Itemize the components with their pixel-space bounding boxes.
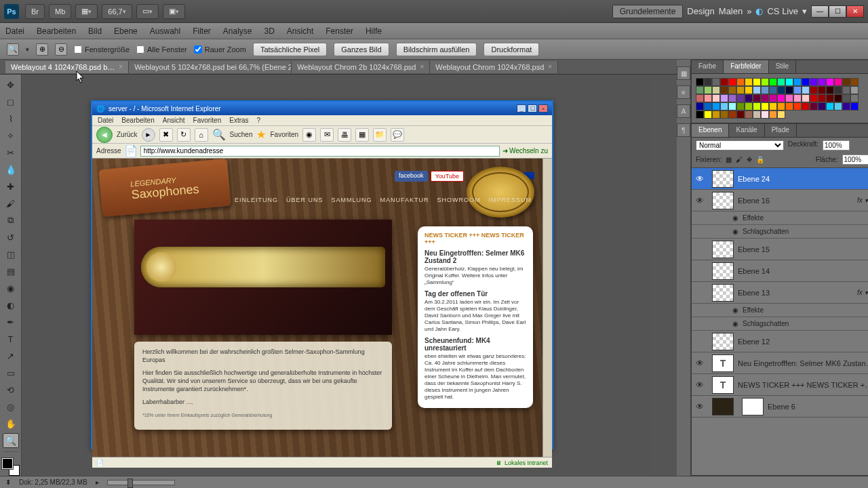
marquee-tool[interactable]: ◻ [3, 94, 19, 109]
layer-name[interactable]: Ebene 15 [738, 245, 868, 253]
swatch[interactable] [826, 102, 834, 110]
swatch[interactable] [745, 86, 753, 94]
swatch[interactable] [842, 102, 850, 110]
layer-row[interactable]: 👁Ebene 24 [692, 168, 868, 190]
menu-hilfe[interactable]: Hilfe [366, 26, 382, 36]
swatch[interactable] [696, 86, 704, 94]
close-icon[interactable]: × [420, 63, 424, 70]
swatch[interactable] [769, 94, 777, 102]
actual-pixels-button[interactable]: Tatsächliche Pixel [253, 43, 327, 56]
swatch[interactable] [704, 110, 712, 119]
visibility-eye-icon[interactable]: 👁 [692, 380, 708, 390]
canvas-area[interactable]: 🌐 server - / - Microsoft Internet Explor… [23, 75, 651, 474]
layer-row[interactable]: Ebene 13fx ▾ [692, 282, 868, 304]
layer-effect[interactable]: ◉ Schlagschatten [692, 225, 868, 239]
swatch[interactable] [728, 86, 736, 94]
tab-stile[interactable]: Stile [769, 60, 796, 73]
magic-wand-tool[interactable]: ✧ [3, 128, 19, 143]
status-arrow-icon[interactable]: ▸ [96, 479, 99, 486]
layer-thumbnail[interactable] [712, 241, 734, 258]
swatch[interactable] [696, 78, 704, 86]
swatch[interactable] [728, 110, 736, 119]
tool-preset-dropdown[interactable]: ▾ [26, 46, 29, 53]
swatch[interactable] [696, 94, 704, 102]
layer-mask-thumbnail[interactable] [742, 398, 764, 415]
status-zoom[interactable]: ⬍ [5, 479, 11, 486]
tab-farbfelder[interactable]: Farbfelder [724, 60, 769, 73]
status-slider[interactable] [107, 480, 175, 485]
swatch[interactable] [728, 102, 736, 110]
swatch[interactable] [736, 86, 745, 94]
swatch[interactable] [785, 102, 793, 110]
menu-datei[interactable]: Datei [5, 26, 24, 36]
shape-tool[interactable]: ▭ [3, 365, 19, 380]
swatch[interactable] [712, 102, 720, 110]
print-size-button[interactable]: Druckformat [484, 43, 539, 56]
swatch[interactable] [777, 102, 785, 110]
workspace-more-button[interactable]: » [747, 6, 751, 16]
swatch[interactable] [753, 86, 761, 94]
tab-ebenen[interactable]: Ebenen [692, 124, 729, 137]
zoom-in-icon[interactable]: ⊕ [36, 43, 48, 56]
fill-screen-button[interactable]: Bildschirm ausfüllen [396, 43, 477, 56]
type-tool[interactable]: T [3, 331, 19, 346]
menu-bild[interactable]: Bild [88, 26, 102, 36]
bridge-button[interactable]: Br [25, 4, 45, 19]
layer-row[interactable]: Ebene 15 [692, 239, 868, 260]
swatch[interactable] [736, 94, 745, 102]
swatch[interactable] [777, 78, 785, 86]
swatch[interactable] [745, 102, 753, 110]
swatch[interactable] [761, 86, 769, 94]
swatch[interactable] [712, 110, 720, 119]
fx-badge[interactable]: fx ▾ [857, 289, 868, 296]
fill-field[interactable]: 100% [842, 155, 868, 165]
extras-button[interactable]: ▣ [163, 4, 185, 19]
swatch[interactable] [793, 102, 802, 110]
visibility-eye-icon[interactable]: 👁 [692, 402, 708, 411]
swatch[interactable] [753, 110, 761, 119]
swatch[interactable] [834, 86, 842, 94]
swatch[interactable] [834, 102, 842, 110]
blur-tool[interactable]: ◉ [3, 281, 19, 296]
swatch[interactable] [728, 94, 736, 102]
swatch[interactable] [745, 94, 753, 102]
swatch[interactable] [785, 78, 793, 86]
layer-thumbnail[interactable] [712, 170, 734, 188]
swatch[interactable] [834, 94, 842, 102]
layer-thumbnail[interactable]: T [712, 376, 734, 394]
3d-tool[interactable]: ⟲ [3, 382, 19, 397]
layer-name[interactable]: Neu Eingetrofffen: Selmer MK6 Zustan… [738, 359, 868, 367]
blend-mode-select[interactable]: Normal [696, 140, 784, 150]
tab-chrom2b[interactable]: Weblayout Chrom 2b 1024x768.psd× [292, 61, 430, 73]
lock-transparency-icon[interactable]: ▦ [726, 156, 732, 163]
swatch[interactable] [769, 86, 777, 94]
swatch[interactable] [850, 78, 859, 86]
menu-auswahl[interactable]: Auswahl [150, 26, 180, 36]
layer-name[interactable]: Ebene 14 [738, 267, 868, 275]
layer-list[interactable]: 👁Ebene 24👁Ebene 16fx ▾◉ Effekte◉ Schlags… [692, 168, 868, 475]
zoom-out-icon[interactable]: ⊖ [55, 43, 67, 56]
path-tool[interactable]: ↗ [3, 348, 19, 363]
layer-row[interactable]: Ebene 14 [692, 260, 868, 282]
minibridge-button[interactable]: Mb [49, 4, 71, 19]
healing-tool[interactable]: ✚ [3, 179, 19, 194]
lasso-tool[interactable]: ⌇ [3, 111, 19, 126]
crop-tool[interactable]: ✂ [3, 145, 19, 160]
layer-row[interactable]: 👁Ebene 16fx ▾ [692, 190, 868, 211]
swatch[interactable] [712, 94, 720, 102]
swatch[interactable] [704, 86, 712, 94]
3d-camera-tool[interactable]: ◎ [3, 399, 19, 414]
layer-row[interactable]: 👁TNEWS TICKER +++ NEWS TICKER +… [692, 374, 868, 396]
swatch[interactable] [777, 94, 785, 102]
menu-3d[interactable]: 3D [264, 26, 275, 36]
eraser-tool[interactable]: ◫ [3, 247, 19, 262]
fx-badge[interactable]: fx ▾ [857, 197, 868, 204]
menu-ansicht[interactable]: Ansicht [287, 26, 313, 36]
scrubby-zoom-checkbox[interactable]: Rauer Zoom [194, 45, 246, 54]
layer-thumbnail[interactable] [712, 192, 734, 209]
tab-weblayout5[interactable]: Weblayout 5 1024x768.psd bei 66,7% (Eben… [129, 61, 292, 73]
swatch-grid[interactable] [696, 78, 868, 119]
swatch[interactable] [802, 78, 810, 86]
swatch[interactable] [842, 94, 850, 102]
layer-name[interactable]: NEWS TICKER +++ NEWS TICKER +… [738, 381, 868, 389]
